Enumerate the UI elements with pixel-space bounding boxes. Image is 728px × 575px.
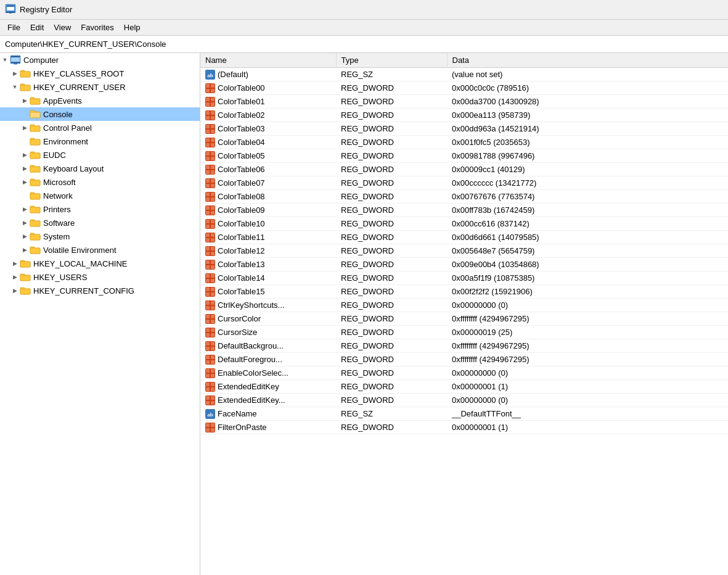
table-row[interactable]: ColorTable11REG_DWORD0x00d6d661 (1407958… — [200, 231, 728, 244]
entry-name: ColorTable06 — [218, 165, 265, 174]
table-row[interactable]: ab (Default)REG_SZ(value not set) — [200, 68, 728, 81]
tree-toggle-appevents[interactable]: ▶ — [20, 97, 30, 104]
tree-item-hkey-users[interactable]: ▶ HKEY_USERS — [0, 270, 200, 284]
table-row[interactable]: CtrlKeyShortcuts...REG_DWORD0x00000000 (… — [200, 299, 728, 312]
table-row[interactable]: DefaultBackgrou...REG_DWORD0xffffffff (4… — [200, 339, 728, 353]
table-row[interactable]: CursorColorREG_DWORD0xffffffff (42949672… — [200, 312, 728, 326]
tree-label-hkey-current-config: HKEY_CURRENT_CONFIG — [33, 286, 134, 296]
table-row[interactable]: ColorTable05REG_DWORD0x00981788 (9967496… — [200, 149, 728, 163]
cell-data: 0x00009cc1 (40129) — [447, 163, 728, 176]
tree-item-control-panel[interactable]: ▶ Control Panel — [0, 121, 200, 134]
table-row[interactable]: ColorTable09REG_DWORD0x00ff783b (1674245… — [200, 204, 728, 217]
tree-toggle-volatile-environment[interactable]: ▶ — [20, 247, 30, 253]
table-row[interactable]: ColorTable10REG_DWORD0x000cc616 (837142) — [200, 217, 728, 231]
menu-item-edit[interactable]: Edit — [25, 22, 49, 33]
table-row[interactable]: ColorTable13REG_DWORD0x009e00b4 (1035486… — [200, 258, 728, 271]
table-row[interactable]: ColorTable06REG_DWORD0x00009cc1 (40129) — [200, 163, 728, 176]
tree-item-appevents[interactable]: ▶ AppEvents — [0, 94, 200, 107]
tree-label-control-panel: Control Panel — [43, 123, 92, 133]
menu-item-file[interactable]: File — [2, 22, 25, 33]
table-row[interactable]: EnableColorSelec...REG_DWORD0x00000000 (… — [200, 366, 728, 380]
tree-toggle-system[interactable]: ▶ — [20, 233, 30, 239]
table-row[interactable]: ColorTable04REG_DWORD0x001f0fc5 (2035653… — [200, 136, 728, 149]
svg-rect-122 — [211, 238, 215, 242]
table-row[interactable]: ColorTable03REG_DWORD0x00dd963a (1452191… — [200, 122, 728, 136]
cell-type: REG_DWORD — [336, 312, 447, 326]
tree-item-printers[interactable]: ▶ Printers — [0, 202, 200, 216]
tree-toggle-control-panel[interactable]: ▶ — [20, 125, 30, 131]
table-row[interactable]: DefaultForegrou...REG_DWORD0xffffffff (4… — [200, 353, 728, 366]
cell-name: ColorTable07 — [200, 176, 336, 190]
svg-rect-12 — [20, 72, 30, 77]
entry-name: ColorTable05 — [218, 151, 265, 160]
cell-type: REG_DWORD — [336, 136, 447, 149]
tree-toggle-hkey-current-user[interactable]: ▼ — [10, 84, 20, 90]
table-row[interactable]: ColorTable14REG_DWORD0x00a5f1f9 (1087538… — [200, 271, 728, 285]
reg-icon-dword — [205, 355, 215, 365]
menu-item-view[interactable]: View — [49, 22, 76, 33]
table-row[interactable]: ColorTable15REG_DWORD0x00f2f2f2 (1592190… — [200, 285, 728, 299]
svg-rect-15 — [20, 85, 30, 91]
table-row[interactable]: FilterOnPasteREG_DWORD0x00000001 (1) — [200, 421, 728, 434]
tree-pane[interactable]: ▼ Computer▶ HKEY_CLASSES_ROOT▼ HKEY_CURR… — [0, 53, 200, 575]
cell-name: DefaultBackgrou... — [200, 339, 336, 353]
tree-item-system[interactable]: ▶ System — [0, 230, 200, 243]
tree-item-hkey-classes-root[interactable]: ▶ HKEY_CLASSES_ROOT — [0, 67, 200, 80]
tree-toggle-hkey-classes-root[interactable]: ▶ — [10, 70, 20, 77]
table-row[interactable]: ExtendedEditKey...REG_DWORD0x00000000 (0… — [200, 394, 728, 407]
svg-rect-69 — [206, 97, 210, 101]
tree-toggle-hkey-users[interactable]: ▶ — [10, 274, 20, 280]
table-row[interactable]: ColorTable12REG_DWORD0x005648e7 (5654759… — [200, 244, 728, 258]
table-row[interactable]: ColorTable08REG_DWORD0x00767676 (7763574… — [200, 190, 728, 204]
svg-rect-124 — [206, 247, 210, 250]
tree-item-hkey-current-user[interactable]: ▼ HKEY_CURRENT_USER — [0, 80, 200, 94]
tree-item-network[interactable]: Network — [0, 189, 200, 202]
table-row[interactable]: ColorTable02REG_DWORD0x000ea113 (958739) — [200, 109, 728, 122]
tree-item-hkey-local-machine[interactable]: ▶ HKEY_LOCAL_MACHINE — [0, 257, 200, 270]
table-row[interactable]: ColorTable07REG_DWORD0x00cccccc (1342177… — [200, 176, 728, 190]
cell-type: REG_DWORD — [336, 176, 447, 190]
tree-item-eudc[interactable]: ▶ EUDC — [0, 148, 200, 162]
tree-item-hkey-current-config[interactable]: ▶ HKEY_CURRENT_CONFIG — [0, 284, 200, 297]
col-header-type[interactable]: Type — [336, 53, 447, 68]
tree-item-keyboard-layout[interactable]: ▶ Keyboard Layout — [0, 162, 200, 175]
reg-icon-dword — [205, 124, 215, 134]
col-header-name[interactable]: Name — [200, 53, 336, 68]
tree-item-microsoft[interactable]: ▶ Microsoft — [0, 175, 200, 189]
value-pane[interactable]: NameTypeData ab (Default)REG_SZ(value no… — [200, 53, 728, 575]
svg-rect-119 — [206, 233, 210, 237]
reg-icon-dword — [205, 300, 215, 310]
tree-item-software[interactable]: ▶ Software — [0, 216, 200, 230]
tree-toggle-keyboard-layout[interactable]: ▶ — [20, 165, 30, 172]
svg-rect-189 — [211, 428, 215, 432]
svg-rect-39 — [30, 194, 40, 199]
tree-item-computer[interactable]: ▼ Computer — [0, 53, 200, 67]
table-row[interactable]: ab FaceNameREG_SZ__DefaultTTFont__ — [200, 407, 728, 421]
tree-toggle-computer[interactable]: ▼ — [0, 57, 10, 63]
tree-item-console[interactable]: Console — [0, 107, 200, 121]
tree-toggle-software[interactable]: ▶ — [20, 220, 30, 226]
tree-item-volatile-environment[interactable]: ▶ Volatile Environment — [0, 243, 200, 257]
tree-toggle-microsoft[interactable]: ▶ — [20, 179, 30, 185]
svg-rect-157 — [211, 333, 215, 337]
cell-type: REG_DWORD — [336, 149, 447, 163]
table-row[interactable]: ColorTable00REG_DWORD0x000c0c0c (789516) — [200, 81, 728, 95]
table-row[interactable]: ColorTable01REG_DWORD0x00da3700 (1430092… — [200, 95, 728, 109]
menu-item-favorites[interactable]: Favorites — [76, 22, 118, 33]
tree-toggle-printers[interactable]: ▶ — [20, 206, 30, 212]
tree-item-environment[interactable]: Environment — [0, 134, 200, 148]
col-header-data[interactable]: Data — [447, 53, 728, 68]
svg-rect-141 — [206, 292, 210, 296]
app-icon — [5, 3, 16, 16]
tree-toggle-eudc[interactable]: ▶ — [20, 152, 30, 158]
svg-rect-42 — [30, 207, 40, 213]
reg-icon-dword — [205, 151, 215, 161]
tree-toggle-hkey-local-machine[interactable]: ▶ — [10, 260, 20, 267]
cell-name: ExtendedEditKey... — [200, 394, 336, 407]
menu-item-help[interactable]: Help — [119, 22, 145, 33]
svg-text:ab: ab — [207, 412, 213, 418]
svg-rect-160 — [211, 342, 215, 345]
table-row[interactable]: CursorSizeREG_DWORD0x00000019 (25) — [200, 326, 728, 339]
tree-toggle-hkey-current-config[interactable]: ▶ — [10, 288, 20, 294]
table-row[interactable]: ExtendedEditKeyREG_DWORD0x00000001 (1) — [200, 380, 728, 394]
